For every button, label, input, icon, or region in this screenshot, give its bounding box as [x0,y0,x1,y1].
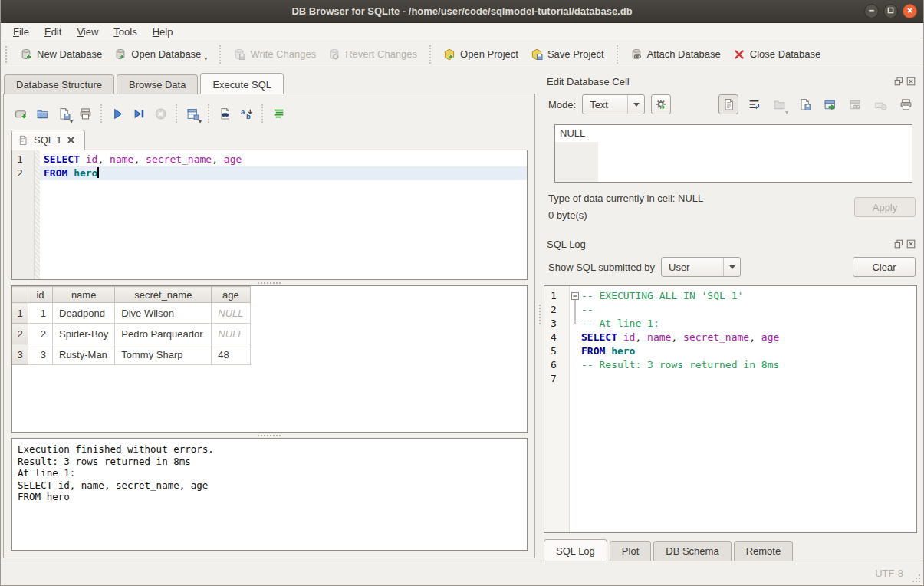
save-project-icon [531,48,543,61]
write-changes-icon [233,48,245,61]
table-cell[interactable]: NULL [212,324,250,344]
table-cell[interactable]: 3 [28,344,53,365]
log-filter-select[interactable]: User [661,257,741,277]
sql-editor[interactable]: 12 SELECT id, name, secret_name, ageFROM… [11,150,528,280]
save-cell-file-button[interactable] [794,94,814,114]
open-database-button[interactable]: Open Database▾ [108,44,213,64]
float-dock-icon[interactable] [894,239,903,249]
row-number[interactable]: 3 [12,344,28,365]
minimize-button[interactable] [864,4,879,18]
chevron-down-icon[interactable]: ▾ [785,109,788,116]
table-cell[interactable]: Deadpond [53,303,115,324]
close-dock-icon[interactable] [906,239,916,249]
print-sql-button[interactable] [75,104,95,123]
apply-settings-button[interactable] [651,94,671,114]
bottom-tab-sql-log[interactable]: SQL Log [544,539,607,561]
stop-execution-button[interactable] [150,104,170,123]
resize-grip-icon[interactable] [912,574,921,583]
tab-execute-sql[interactable]: Execute SQL [200,73,284,94]
chevron-down-icon[interactable]: ▾ [70,118,73,125]
close-dock-icon[interactable] [906,77,916,86]
export-results-button[interactable]: ▾ [182,104,202,123]
results-table[interactable]: idnamesecret_nameage 11DeadpondDive Wils… [12,286,251,365]
column-header-name[interactable]: name [53,287,115,303]
menu-edit[interactable]: Edit [37,24,69,40]
log-line: 2 -- [544,303,916,317]
sql-log-editor[interactable]: 1 -- EXECUTING ALL IN 'SQL 1' 2 -- 3 -- … [544,285,917,533]
find-in-sql-button[interactable] [215,104,235,123]
table-row[interactable]: 33Rusty-ManTommy Sharp48 [12,344,251,365]
open-cell-file-button[interactable]: ▾ [769,94,789,114]
save-project-button[interactable]: Save Project [524,44,610,64]
editor-fold-margin [35,150,40,279]
format-sql-button[interactable] [268,104,288,123]
toolbar-grip[interactable] [5,46,9,63]
menu-tools[interactable]: Tools [106,24,144,40]
cell-value-editor[interactable]: NULL [554,124,912,183]
print-cell-button[interactable] [896,94,916,114]
tab-browse-data[interactable]: Browse Data [117,74,198,94]
table-cell[interactable]: Tommy Sharp [115,344,212,365]
close-tab-icon[interactable] [67,136,75,144]
table-row[interactable]: 11DeadpondDive WilsonNULL [12,303,251,324]
maximize-button[interactable] [883,4,898,18]
menu-file[interactable]: File [5,24,37,40]
results-message-splitter[interactable] [11,433,528,438]
fold-marker-icon[interactable] [569,289,581,303]
save-sql-file-button[interactable]: ▾ [54,104,74,123]
chevron-down-icon[interactable]: ▾ [199,118,202,125]
bottom-tab-db-schema[interactable]: DB Schema [653,541,731,561]
bottom-tab-plot[interactable]: Plot [610,541,651,561]
apply-button[interactable]: Apply [854,197,916,217]
sql-doc-tab[interactable]: SQL 1 [11,130,85,150]
code-line[interactable]: FROM hero [40,166,527,180]
copy-link-button[interactable] [845,94,865,114]
tab-database-structure[interactable]: Database Structure [4,74,114,94]
editor-results-splitter[interactable] [11,280,528,285]
menu-view[interactable]: View [69,24,106,40]
text-mode-button[interactable] [718,94,738,114]
column-header-age[interactable]: age [212,287,250,303]
table-cell[interactable]: Dive Wilson [115,303,212,324]
new-database-button[interactable]: New Database [14,44,108,64]
titlebar[interactable]: DB Browser for SQLite - /home/user/code/… [1,0,923,23]
log-line: 7 [544,372,916,386]
chevron-down-icon[interactable]: ▾ [204,55,207,62]
set-null-button[interactable] [870,94,890,114]
bottom-tab-remote[interactable]: Remote [734,541,794,561]
table-cell[interactable]: Spider-Boy [53,324,115,344]
open-sql-file-button[interactable] [32,104,52,123]
export-cell-button[interactable] [820,94,840,114]
clear-log-button[interactable]: Clear [853,257,916,277]
mode-select[interactable]: Text [582,94,645,114]
table-cell[interactable]: Rusty-Man [53,344,115,365]
row-number[interactable]: 1 [12,303,28,324]
column-header-id[interactable]: id [28,287,53,303]
execute-all-button[interactable] [107,104,127,123]
new-sql-tab-button[interactable] [11,104,31,123]
execute-current-line-button[interactable] [129,104,149,123]
float-dock-icon[interactable] [894,77,903,86]
write-changes-button[interactable]: Write Changes [227,44,322,64]
code-line[interactable]: SELECT id, name, secret_name, age [40,153,527,166]
table-row[interactable]: 22Spider-BoyPedro ParqueadorNULL [12,324,251,344]
table-cell[interactable]: 48 [212,344,250,365]
line-number: 3 [544,317,569,331]
row-number[interactable]: 2 [12,324,28,344]
results-grid[interactable]: idnamesecret_nameage 11DeadpondDive Wils… [11,285,528,433]
revert-changes-button[interactable]: Revert Changes [322,44,423,64]
menu-help[interactable]: Help [145,24,181,40]
close-button[interactable] [903,4,917,18]
table-cell[interactable]: NULL [212,303,250,324]
table-cell[interactable]: Pedro Parqueador [115,324,212,344]
row-number-header[interactable] [12,287,28,303]
table-cell[interactable]: 2 [28,324,53,344]
replace-text-button[interactable]: ab [236,104,256,123]
word-wrap-button[interactable] [744,94,764,114]
attach-database-button[interactable]: Attach Database [624,44,727,64]
editor-code-area[interactable]: SELECT id, name, secret_name, ageFROM he… [40,150,527,279]
close-database-button[interactable]: Close Database [727,44,827,64]
table-cell[interactable]: 1 [28,303,53,324]
open-project-button[interactable]: Open Project [437,44,524,64]
column-header-secret_name[interactable]: secret_name [115,287,212,303]
